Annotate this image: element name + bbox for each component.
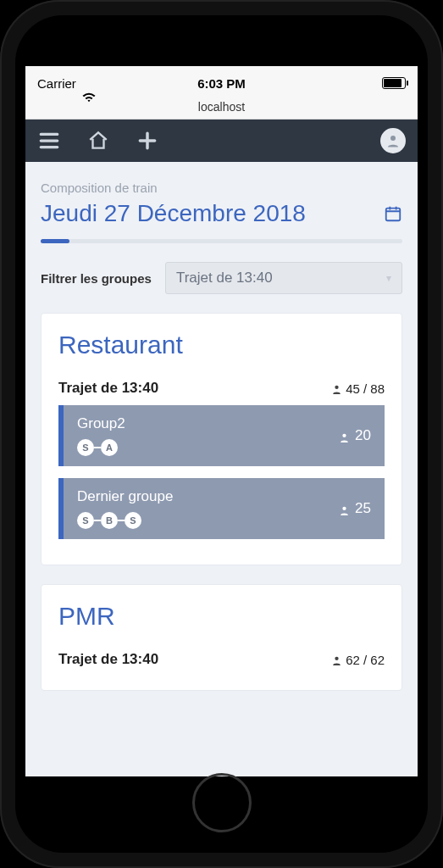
trip-label: Trajet de 13:40 — [58, 380, 158, 397]
filter-label: Filtrer les groupes — [41, 271, 152, 286]
person-icon — [339, 431, 350, 442]
section-card: RestaurantTrajet de 13:4045 / 88Group2SA… — [41, 313, 402, 565]
group-row[interactable]: Group2SA20 — [58, 405, 385, 466]
app-navbar — [25, 120, 418, 162]
svg-point-0 — [390, 136, 396, 141]
progress-bar — [41, 239, 402, 243]
status-chip: S — [77, 439, 94, 456]
person-icon — [339, 504, 350, 515]
status-chip: S — [77, 512, 94, 529]
phone-home-button[interactable] — [192, 773, 252, 832]
page-subtitle: Composition de train — [41, 181, 402, 195]
group-name: Group2 — [77, 415, 125, 432]
carrier-label: Carrier — [37, 76, 76, 91]
filter-selected-value: Trajet de 13:40 — [176, 270, 273, 287]
trip-count: 45 / 88 — [331, 381, 385, 396]
profile-avatar[interactable] — [380, 128, 406, 153]
chip-connector — [94, 447, 101, 448]
chip-connector — [118, 520, 125, 521]
trip-row: Trajet de 13:4062 / 62 — [58, 651, 385, 668]
person-icon — [331, 654, 342, 665]
person-icon — [331, 383, 342, 394]
section-title: PMR — [58, 602, 385, 631]
wifi-icon — [81, 77, 97, 89]
chevron-down-icon: ▾ — [386, 272, 391, 284]
status-chip: B — [101, 512, 118, 529]
home-icon[interactable] — [86, 129, 110, 153]
group-name: Dernier groupe — [77, 488, 173, 505]
chip-row: SA — [77, 439, 125, 456]
group-count: 25 — [339, 500, 371, 517]
status-chip: S — [125, 512, 141, 529]
group-count: 20 — [339, 427, 371, 444]
svg-point-4 — [342, 506, 346, 509]
menu-icon[interactable] — [37, 129, 61, 153]
section-title: Restaurant — [58, 331, 385, 359]
chip-connector — [94, 520, 101, 521]
ios-status-bar: Carrier 6:03 PM — [25, 66, 418, 100]
svg-rect-1 — [386, 209, 401, 221]
svg-point-2 — [335, 385, 338, 388]
group-row[interactable]: Dernier groupeSBS25 — [58, 478, 385, 539]
svg-point-5 — [335, 656, 338, 659]
trip-row: Trajet de 13:4045 / 88 — [58, 380, 385, 397]
svg-point-3 — [342, 433, 346, 437]
status-chip: A — [101, 439, 118, 456]
trip-label: Trajet de 13:40 — [58, 651, 158, 668]
section-card: PMRTrajet de 13:4062 / 62 — [41, 584, 402, 691]
chip-row: SBS — [77, 512, 173, 529]
page-content: Composition de train Jeudi 27 Décembre 2… — [25, 162, 418, 776]
filter-select[interactable]: Trajet de 13:40 ▾ — [165, 262, 402, 294]
page-title: Jeudi 27 Décembre 2018 — [41, 200, 306, 227]
calendar-icon[interactable] — [384, 204, 402, 223]
add-icon[interactable] — [136, 129, 159, 153]
trip-count: 62 / 62 — [331, 653, 385, 667]
clock: 6:03 PM — [197, 76, 246, 91]
battery-icon — [382, 77, 406, 89]
